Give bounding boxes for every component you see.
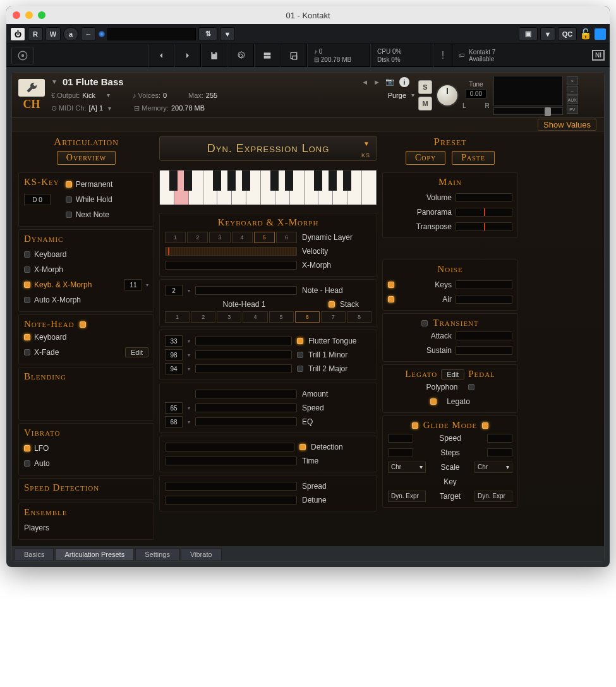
trill2-led[interactable] <box>297 366 303 372</box>
nh-xfade-led[interactable] <box>24 349 30 355</box>
tab-vibrato[interactable]: Vibrato <box>181 548 222 560</box>
qc-indicator[interactable] <box>595 28 606 40</box>
dyn-cc-value[interactable]: 11 <box>124 279 142 290</box>
next-preset-button[interactable]: ► <box>373 78 380 86</box>
air-noise-led[interactable] <box>388 296 394 302</box>
edit-instrument-button[interactable] <box>18 79 45 97</box>
chevron-down-icon[interactable]: ▾ <box>108 105 111 112</box>
xmorph-slider[interactable] <box>165 261 297 270</box>
snapshot-button[interactable]: ▣ <box>519 27 538 41</box>
dropdown-2-button[interactable]: ▼ <box>540 27 555 41</box>
show-values-button[interactable]: Show Values <box>538 119 596 131</box>
blend-3-slider[interactable] <box>195 364 292 373</box>
pv-button[interactable]: PV <box>567 105 578 114</box>
power-button[interactable]: ⏻ <box>10 27 25 41</box>
polyphon-led[interactable] <box>468 384 474 390</box>
chevron-down-icon[interactable]: ▾ <box>188 366 190 372</box>
detection-led[interactable] <box>299 444 306 450</box>
tab-settings[interactable]: Settings <box>135 548 179 560</box>
chevron-down-icon[interactable]: ▾ <box>188 352 190 358</box>
save-button[interactable] <box>201 44 227 67</box>
notehead-slider[interactable] <box>195 286 297 295</box>
settings-button[interactable] <box>227 44 254 67</box>
permanent-led[interactable] <box>66 181 72 188</box>
glide-speed-slider-r[interactable] <box>487 434 512 443</box>
kskey-value[interactable]: D 0 <box>24 194 51 205</box>
solo-button[interactable]: S <box>418 80 432 94</box>
time-slider[interactable] <box>165 457 297 465</box>
minimize-view-button[interactable] <box>281 44 307 67</box>
prev-preset-button[interactable]: ◄ <box>361 78 368 86</box>
paste-button[interactable]: Paste <box>452 151 495 165</box>
volume-slider[interactable] <box>493 107 563 115</box>
legato-led[interactable] <box>430 398 437 405</box>
legato-edit-button[interactable]: Edit <box>441 369 464 379</box>
detection-slider[interactable] <box>165 443 294 451</box>
dropdown-button[interactable]: ▼ <box>220 27 235 41</box>
lock-icon[interactable]: 🔓 <box>579 28 592 40</box>
blend-1-slider[interactable] <box>195 337 292 345</box>
alert-button[interactable]: ! <box>433 44 452 67</box>
info-button[interactable]: i <box>399 77 409 87</box>
attack-slider[interactable] <box>456 332 512 340</box>
chevron-down-icon[interactable]: ▾ <box>188 405 190 411</box>
dyn-keyboard-led[interactable] <box>24 251 30 258</box>
nh-keyboard-led[interactable] <box>24 334 30 340</box>
blend-2-value[interactable]: 98 <box>165 349 183 361</box>
vib-auto-led[interactable] <box>24 460 30 467</box>
purge-menu[interactable]: Purge <box>388 92 406 99</box>
glide-scale-l-dropdown[interactable]: Chr▾ <box>388 462 426 473</box>
spread-slider[interactable] <box>165 482 297 491</box>
notehead-selector[interactable]: 12345678 <box>165 311 371 323</box>
w-button[interactable]: W <box>45 27 61 41</box>
vib-eq-value[interactable]: 68 <box>165 416 183 427</box>
tune-value[interactable]: 0.00 <box>466 89 486 99</box>
dyn-xmorph-led[interactable] <box>24 266 30 273</box>
midi-value[interactable]: [A] 1 <box>88 104 103 112</box>
volume-slider[interactable] <box>456 193 512 202</box>
snapshot-icon[interactable]: 📷 <box>385 78 394 86</box>
glide-led-l[interactable] <box>412 422 418 429</box>
aux-button[interactable]: AUX <box>567 95 578 104</box>
preset-slot[interactable] <box>107 28 196 40</box>
instrument-name[interactable]: 01 Flute Bass <box>63 76 124 87</box>
mute-button[interactable]: M <box>418 97 432 111</box>
chevron-down-icon[interactable]: ▾ <box>146 282 148 288</box>
tab-articulation-presets[interactable]: Articulation Presets <box>55 548 134 560</box>
glide-target-r-dropdown[interactable]: Dyn. Expr <box>474 491 512 502</box>
chevron-down-icon[interactable]: ▾ <box>188 288 190 294</box>
glide-led-r[interactable] <box>482 422 488 429</box>
next-button[interactable] <box>174 44 201 67</box>
vib-speed-value[interactable]: 65 <box>165 402 183 414</box>
articulation-preset-display[interactable]: Dyn. Expression Long KS <box>159 136 377 161</box>
kontakt-logo-icon[interactable] <box>11 47 34 64</box>
back-button[interactable]: ← <box>81 27 96 41</box>
r-button[interactable]: R <box>28 27 43 41</box>
ni-logo-icon[interactable]: NI <box>592 50 605 61</box>
glide-steps-slider-r[interactable] <box>487 448 512 457</box>
keys-noise-led[interactable] <box>388 282 394 288</box>
glide-speed-slider-l[interactable] <box>388 434 413 443</box>
transient-led[interactable] <box>421 320 428 326</box>
a-button[interactable]: a <box>63 27 78 41</box>
air-noise-slider[interactable] <box>456 295 512 304</box>
dyn-auto-led[interactable] <box>24 297 30 303</box>
vib-eq-slider[interactable] <box>195 417 297 426</box>
while-hold-led[interactable] <box>66 196 72 203</box>
notehead-led[interactable] <box>80 321 86 328</box>
qc-button[interactable]: QC <box>558 27 577 41</box>
trill1-led[interactable] <box>297 352 303 358</box>
copy-button[interactable]: Copy <box>406 151 445 165</box>
chevron-down-icon[interactable]: ▾ <box>188 419 190 425</box>
next-note-led[interactable] <box>66 212 72 218</box>
stack-led[interactable] <box>329 301 335 308</box>
glide-steps-slider-l[interactable] <box>388 448 413 457</box>
vib-speed-slider[interactable] <box>195 403 297 412</box>
dyn-kxm-led[interactable] <box>24 282 30 288</box>
vib-amount-slider[interactable] <box>195 390 297 398</box>
minimize-instrument-button[interactable]: – <box>567 86 578 95</box>
nh-edit-button[interactable]: Edit <box>125 347 148 357</box>
tab-basics[interactable]: Basics <box>15 548 54 560</box>
notehead-num[interactable]: 2 <box>165 285 183 296</box>
library-tag[interactable]: 🏷 Kontakt 7 Available <box>452 49 592 63</box>
